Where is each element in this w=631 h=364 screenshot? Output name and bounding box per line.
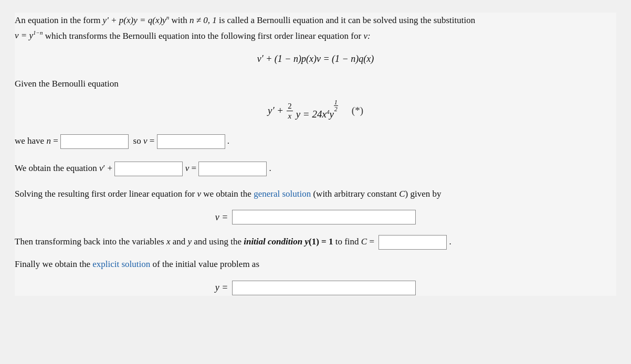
solving-text2: we obtain the [201, 189, 254, 199]
y-final-input[interactable] [232, 281, 416, 295]
solving-text4: ) given by [405, 189, 441, 199]
given-text: Given the Bernoulli equation [15, 77, 616, 92]
period-1: . [227, 136, 229, 146]
finally-text: Finally we obtain the [15, 259, 92, 269]
intro-v: v: [363, 30, 370, 40]
y-eq-label: y = [215, 280, 228, 296]
main-eq-text: v′ + (1 − n)p(x)v = (1 − n)q(x) [257, 53, 374, 64]
bernoulli-equation: y′ + 2 x y = 24x4y12 (*) [15, 99, 616, 123]
v-eq-label: v = [215, 209, 228, 226]
main-equation: v′ + (1 − n)p(x)v = (1 − n)q(x) [15, 51, 616, 67]
solving-c: C [399, 189, 405, 199]
solving-text1: Solving the resulting first order linear… [15, 189, 197, 199]
intro-text5: which transforms the Bernoulli equation … [43, 30, 364, 40]
transform-text3: and using the [192, 237, 244, 247]
we-have-text: we have n = [15, 136, 60, 146]
obtain-eq-row: We obtain the equation v′ + v = . [15, 159, 616, 177]
solving-v: v [197, 189, 201, 199]
general-solution-label: general solution [254, 189, 311, 199]
equation-label: (*) [352, 102, 363, 119]
y-solution-row: y = [15, 280, 616, 296]
transform-text4: to find C = [333, 237, 374, 247]
so-v-text: so v = [131, 136, 156, 146]
intro-eq1: y′ + p(x)y = q(x)yn [103, 15, 170, 25]
v-eq-text: v = [185, 163, 199, 173]
finally-text2: of the initial value problem as [150, 259, 259, 269]
intro-text1: An equation in the form [15, 15, 103, 25]
initial-condition-label: initial condition y(1) = 1 [244, 237, 333, 247]
explicit-solution-label: explicit solution [92, 259, 150, 269]
main-content: An equation in the form y′ + p(x)y = q(x… [15, 13, 616, 296]
n-v-row: we have n = so v = . [15, 132, 616, 150]
transform-text2: and [170, 237, 187, 247]
intro-paragraph: An equation in the form y′ + p(x)y = q(x… [15, 13, 616, 44]
obtain-text: We obtain the equation v′ + [15, 163, 114, 173]
intro-eq2: n ≠ 0, 1 [190, 15, 217, 25]
intro-text2: with [169, 15, 190, 25]
v-solution-row: v = [15, 209, 616, 226]
transform-paragraph: Then transforming back into the variable… [15, 234, 616, 250]
solving-paragraph: Solving the resulting first order linear… [15, 187, 616, 202]
bernoulli-lhs: y′ + [268, 102, 283, 119]
coeff-input[interactable] [114, 162, 183, 176]
c-input[interactable] [378, 235, 447, 250]
period-3: . [449, 237, 451, 247]
fraction-2-x: 2 x [287, 101, 293, 121]
period-2: . [269, 163, 271, 173]
transform-y: y [188, 237, 192, 247]
finally-paragraph: Finally we obtain the explicit solution … [15, 257, 616, 272]
intro-text3: is called a Bernoulli equation and it ca… [217, 15, 475, 25]
n-input[interactable] [60, 134, 129, 149]
substitution: v = y1−n [15, 30, 43, 40]
solving-text3: (with arbitrary constant [311, 189, 399, 199]
v-input[interactable] [157, 134, 225, 149]
v-general-input[interactable] [232, 210, 416, 224]
bernoulli-rhs: y = 24x4y12 [296, 99, 338, 123]
transform-text1: Then transforming back into the variable… [15, 237, 166, 247]
rhs-input[interactable] [198, 162, 267, 176]
